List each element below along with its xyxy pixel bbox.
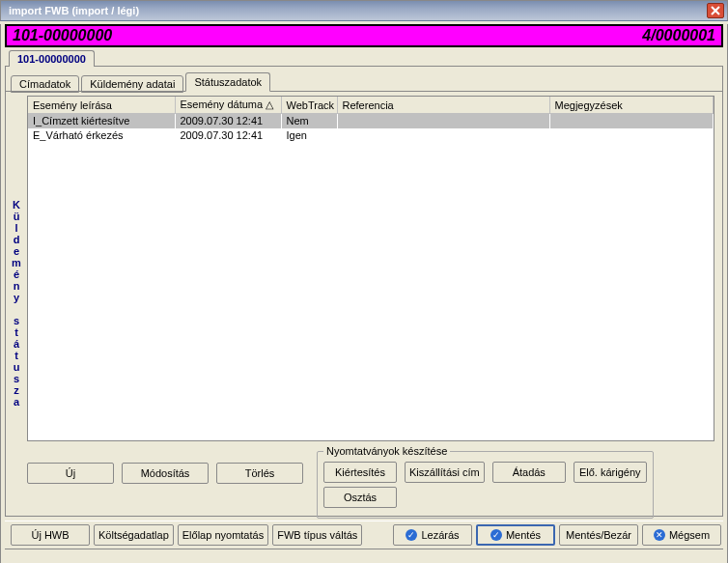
modify-button[interactable]: Módosítás [122, 463, 209, 484]
col-webtrack[interactable]: WebTrack [281, 97, 337, 114]
panel-button-row: Új Módosítás Törlés Nyomtatványok készít… [27, 451, 714, 513]
window-body: 101-00000000 4/0000001 101-00000000 Címa… [0, 24, 728, 563]
banner-right: 4/0000001 [642, 27, 715, 44]
cell [549, 128, 714, 143]
col-esemeny-datuma[interactable]: Esemény dátuma △ [175, 97, 281, 114]
elo-karigeny-button[interactable]: Elő. kárigény [574, 462, 647, 483]
cell [337, 128, 549, 143]
window-title: import FWB (import / légi) [9, 5, 139, 16]
atadas-button[interactable]: Átadás [492, 462, 566, 483]
koltsegadatlap-button[interactable]: Költségadatlap [94, 524, 174, 546]
cell: 2009.07.30 12:41 [175, 128, 281, 143]
grid-header-row: Esemény leírása Esemény dátuma △ WebTrac… [28, 97, 714, 114]
close-icon [711, 6, 720, 15]
elolap-nyomtatas-button[interactable]: Előlap nyomtatás [178, 524, 268, 546]
mentes-label: Mentés [506, 530, 541, 541]
status-content: Küldemény státusza Esemény leírása Esemé… [6, 91, 722, 514]
cell [337, 114, 549, 128]
new-button[interactable]: Új [27, 463, 114, 484]
print-legend: Nyomtatványok készítése [323, 445, 450, 457]
lezaras-button[interactable]: ✓ Lezárás [393, 524, 472, 546]
table-row[interactable]: I_Címzett kiértesítve2009.07.30 12:41Nem [28, 114, 714, 128]
uj-hwb-button[interactable]: Új HWB [11, 524, 90, 546]
bottom-bar: Új HWB Költségadatlap Előlap nyomtatás F… [5, 521, 723, 549]
awb-tab[interactable]: 101-00000000 [9, 50, 95, 67]
mentes-bezar-button[interactable]: Mentés/Bezár [559, 524, 638, 546]
check-icon: ✓ [490, 529, 502, 541]
kiertesites-button[interactable]: Kiértesítés [323, 462, 397, 483]
status-grid[interactable]: Esemény leírása Esemény dátuma △ WebTrac… [27, 96, 714, 441]
tab-row: Címadatok Küldemény adatai Státuszadatok [6, 72, 722, 92]
title-bar: import FWB (import / légi) [0, 0, 728, 21]
mentes-button[interactable]: ✓ Mentés [476, 524, 555, 546]
cell: Nem [281, 114, 337, 128]
kiszallitasi-cim-button[interactable]: Kiszállítási cím [405, 462, 485, 483]
awb-tab-row: 101-00000000 [1, 49, 727, 66]
megsem-label: Mégsem [669, 530, 710, 541]
cell: 2009.07.30 12:41 [175, 114, 281, 128]
close-button[interactable] [707, 3, 724, 18]
delete-button[interactable]: Törlés [216, 463, 303, 484]
print-fieldset: Nyomtatványok készítése Kiértesítés Kisz… [317, 451, 654, 519]
fwb-tipus-valtas-button[interactable]: FWB típus váltás [272, 524, 362, 546]
table-row[interactable]: E_Várható érkezés2009.07.30 12:41Igen [28, 128, 714, 143]
cell: I_Címzett kiértesítve [28, 114, 175, 128]
banner-left: 101-00000000 [13, 27, 112, 44]
col-megjegyzesek[interactable]: Megjegyzések [549, 97, 714, 114]
lezaras-label: Lezárás [421, 530, 459, 541]
cell [549, 114, 714, 128]
vertical-label: Küldemény státusza [7, 92, 26, 514]
awb-banner: 101-00000000 4/0000001 [5, 24, 723, 47]
cell: Igen [281, 128, 337, 143]
col-esemeny-leirasa[interactable]: Esemény leírása [28, 97, 175, 114]
osztas-button[interactable]: Osztás [323, 487, 397, 508]
check-icon: ✓ [406, 529, 417, 541]
megsem-button[interactable]: ✕ Mégsem [642, 524, 721, 546]
main-panel: Címadatok Küldemény adatai Státuszadatok… [5, 66, 723, 517]
cancel-icon: ✕ [654, 529, 665, 541]
col-referencia[interactable]: Referencia [337, 97, 549, 114]
tab-statuszadatok[interactable]: Státuszadatok [185, 72, 270, 92]
cell: E_Várható érkezés [28, 128, 175, 143]
